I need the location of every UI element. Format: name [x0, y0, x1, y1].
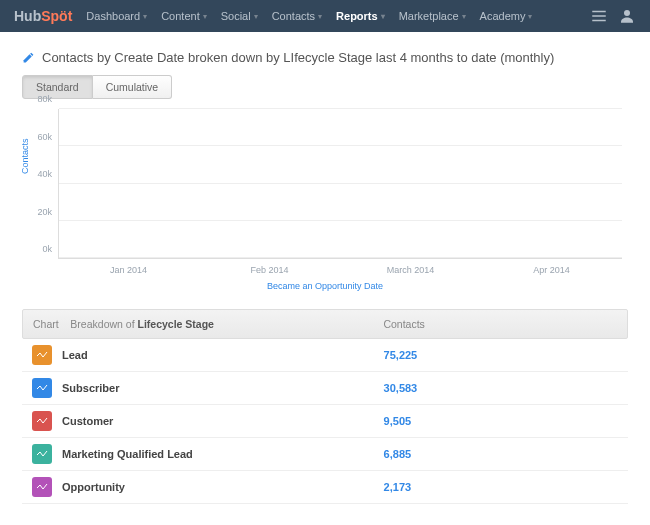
chevron-down-icon: ▾	[203, 12, 207, 21]
nav-content[interactable]: Content▾	[161, 10, 207, 22]
title-row: Contacts by Create Date broken down by L…	[22, 50, 628, 65]
top-nav: HubSpöt Dashboard▾Content▾Social▾Contact…	[0, 0, 650, 32]
svg-point-0	[624, 10, 630, 16]
brand-logo[interactable]: HubSpöt	[14, 8, 72, 24]
series-name: Lead	[62, 349, 384, 361]
menu-icon[interactable]	[590, 7, 608, 25]
tab-cumulative[interactable]: Cumulative	[93, 75, 173, 99]
series-badge	[32, 345, 52, 365]
chevron-down-icon: ▾	[528, 12, 532, 21]
x-tick: Apr 2014	[516, 265, 588, 275]
series-value[interactable]: 6,885	[384, 448, 618, 460]
table-row: Opportunity2,173	[22, 471, 628, 504]
nav-dashboard[interactable]: Dashboard▾	[86, 10, 147, 22]
tab-standard[interactable]: Standard	[22, 75, 93, 99]
plot-area	[58, 109, 622, 259]
series-badge	[32, 444, 52, 464]
y-tick: 80k	[37, 94, 52, 104]
y-tick: 60k	[37, 132, 52, 142]
nav-marketplace[interactable]: Marketplace▾	[399, 10, 466, 22]
y-axis: Contacts 0k20k40k60k80k	[22, 109, 56, 259]
series-name: Customer	[62, 415, 384, 427]
th-contacts: Contacts	[383, 318, 617, 330]
user-icon[interactable]	[618, 7, 636, 25]
series-badge	[32, 477, 52, 497]
series-badge	[32, 378, 52, 398]
nav-items: Dashboard▾Content▾Social▾Contacts▾Report…	[86, 10, 546, 22]
series-name: Opportunity	[62, 481, 384, 493]
table-header: Chart Breakdown of Lifecycle Stage Conta…	[22, 309, 628, 339]
report-card: Contacts by Create Date broken down by L…	[22, 50, 628, 504]
y-tick: 40k	[37, 169, 52, 179]
table-row: Marketing Qualified Lead6,885	[22, 438, 628, 471]
chevron-down-icon: ▾	[318, 12, 322, 21]
nav-academy[interactable]: Academy▾	[480, 10, 533, 22]
brand-text-b: Spöt	[41, 8, 72, 24]
chart: Contacts 0k20k40k60k80k Jan 2014Feb 2014…	[22, 103, 628, 293]
series-value[interactable]: 9,505	[384, 415, 618, 427]
series-name: Marketing Qualified Lead	[62, 448, 384, 460]
x-labels: Jan 2014Feb 2014March 2014Apr 2014	[58, 265, 622, 275]
series-value[interactable]: 75,225	[384, 349, 618, 361]
th-chart: Chart	[33, 318, 59, 330]
table-body: Lead75,225Subscriber30,583Customer9,505M…	[22, 339, 628, 504]
nav-reports[interactable]: Reports▾	[336, 10, 385, 22]
series-value[interactable]: 2,173	[384, 481, 618, 493]
edit-icon[interactable]	[22, 51, 35, 64]
x-tick: Feb 2014	[234, 265, 306, 275]
chevron-down-icon: ▾	[462, 12, 466, 21]
brand-text-a: Hub	[14, 8, 41, 24]
report-title: Contacts by Create Date broken down by L…	[42, 50, 554, 65]
x-tick: Jan 2014	[93, 265, 165, 275]
table-row: Subscriber30,583	[22, 372, 628, 405]
chevron-down-icon: ▾	[254, 12, 258, 21]
nav-social[interactable]: Social▾	[221, 10, 258, 22]
table-row: Lead75,225	[22, 339, 628, 372]
chevron-down-icon: ▾	[143, 12, 147, 21]
y-tick: 0k	[42, 244, 52, 254]
view-tabs: Standard Cumulative	[22, 75, 628, 99]
bars	[59, 109, 622, 258]
table-row: Customer9,505	[22, 405, 628, 438]
series-name: Subscriber	[62, 382, 384, 394]
nav-contacts[interactable]: Contacts▾	[272, 10, 322, 22]
series-badge	[32, 411, 52, 431]
th-breakdown-bold: Lifecycle Stage	[137, 318, 213, 330]
series-value[interactable]: 30,583	[384, 382, 618, 394]
chevron-down-icon: ▾	[381, 12, 385, 21]
x-axis-label: Became an Opportunity Date	[22, 281, 628, 291]
y-tick: 20k	[37, 207, 52, 217]
x-tick: March 2014	[375, 265, 447, 275]
y-axis-label: Contacts	[20, 138, 30, 174]
th-breakdown: Breakdown of	[70, 318, 137, 330]
